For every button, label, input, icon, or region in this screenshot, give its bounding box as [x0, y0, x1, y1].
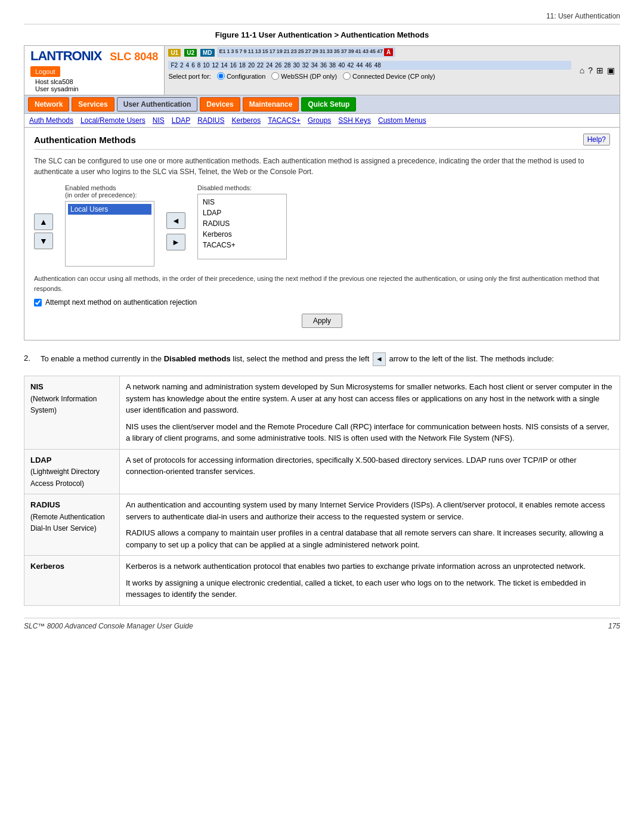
checkbox-row: Attempt next method on authentication re… [34, 298, 610, 306]
nav-user-authentication[interactable]: User Authentication [117, 97, 198, 112]
methods-table: NIS(Network Information System)A network… [24, 376, 620, 606]
subnav-kerberos[interactable]: Kerberos [231, 116, 261, 125]
u1-badge: U1 [168, 49, 181, 57]
u2-badge: U2 [184, 49, 197, 57]
disabled-label: Disabled methods: [197, 184, 287, 191]
subnav-auth-methods[interactable]: Auth Methods [29, 116, 73, 125]
subnav-custom-menus[interactable]: Custom Menus [378, 116, 426, 125]
move-left-button[interactable]: ◄ [166, 212, 185, 229]
method-name-cell: Kerberos [24, 556, 120, 606]
logout-button[interactable]: Logout [30, 66, 60, 77]
nav-bar: Network Services User Authentication Dev… [24, 95, 620, 114]
method-name: RADIUS [30, 500, 60, 509]
disabled-item-kerberos[interactable]: Kerberos [200, 229, 284, 240]
method-desc-cell: An authentication and accounting system … [120, 494, 620, 556]
attempt-next-checkbox[interactable] [34, 299, 42, 306]
method-desc-para: A set of protocols for accessing informa… [126, 454, 614, 478]
table-row: KerberosKerberos is a network authentica… [24, 556, 620, 606]
table-row: LDAP(Lightweight Directory Access Protoc… [24, 449, 620, 494]
nav-maintenance[interactable]: Maintenance [243, 97, 299, 112]
select-port-row: Select port for: Configuration WebSSH (D… [168, 72, 571, 80]
step2-text: To enable a method currently in the Disa… [41, 352, 554, 366]
move-up-button[interactable]: ▲ [34, 213, 53, 230]
nav-quick-setup[interactable]: Quick Setup [301, 97, 356, 112]
section-title-bar: Authentication Methods Help? [34, 134, 610, 150]
subnav-nis[interactable]: NIS [153, 116, 165, 125]
method-desc-cell: A network naming and administration syst… [120, 376, 620, 450]
page-header: 11: User Authentication [24, 12, 620, 24]
enabled-item-local-users[interactable]: Local Users [68, 204, 151, 215]
connected-radio[interactable] [343, 72, 351, 80]
checkbox-label: Attempt next method on authentication re… [45, 298, 197, 306]
method-sub-label: (Remote Authentication Dial-In User Serv… [30, 513, 105, 533]
connected-radio-label[interactable]: Connected Device (CP only) [343, 72, 435, 80]
method-desc-para: NIS uses the client/server model and the… [126, 421, 614, 444]
subnav-ssh-keys[interactable]: SSH Keys [338, 116, 371, 125]
section-title-text: Authentication Methods [34, 135, 136, 145]
move-right-button[interactable]: ► [166, 234, 185, 250]
device-ui-frame: LANTRONIX SLC 8048 Logout Host slca508 U… [24, 45, 620, 340]
end-badge: A [384, 48, 393, 56]
subnav-groups[interactable]: Groups [308, 116, 331, 125]
logo-area: LANTRONIX SLC 8048 Logout Host slca508 U… [24, 46, 165, 95]
method-desc-cell: A set of protocols for accessing informa… [120, 449, 620, 494]
host-info: Host slca508 User sysadmin [35, 78, 79, 92]
host-label: Host slca508 [35, 78, 79, 85]
subnav-radius[interactable]: RADIUS [197, 116, 224, 125]
enabled-label: Enabled methods(in order of precedence): [65, 184, 154, 199]
method-name-cell: RADIUS(Remote Authentication Dial-In Use… [24, 494, 120, 556]
config-radio-label[interactable]: Configuration [217, 72, 265, 80]
method-desc-para: A network naming and administration syst… [126, 381, 614, 416]
print-icon[interactable]: ▣ [607, 66, 615, 75]
nav-network[interactable]: Network [28, 97, 69, 112]
subnav-ldap[interactable]: LDAP [172, 116, 190, 125]
help-button[interactable]: Help? [583, 134, 610, 145]
enabled-list[interactable]: Local Users [65, 201, 154, 267]
method-sub-label: (Lightweight Directory Access Protocol) [30, 467, 100, 488]
move-down-button[interactable]: ▼ [34, 233, 53, 249]
method-sub-label: (Network Information System) [30, 395, 97, 415]
model-text: SLC 8048 [110, 51, 158, 63]
up-down-arrows: ▲ ▼ [34, 213, 53, 249]
table-row: RADIUS(Remote Authentication Dial-In Use… [24, 494, 620, 556]
footer-left: SLC™ 8000 Advanced Console Manager User … [24, 622, 193, 630]
table-row: NIS(Network Information System)A network… [24, 376, 620, 450]
logo-text: LANTRONIX [30, 48, 101, 64]
method-desc-para: RADIUS allows a company to maintain user… [126, 527, 614, 550]
config-radio[interactable] [217, 72, 225, 80]
footer-right: 175 [608, 622, 620, 630]
home-icon[interactable]: ⌂ [580, 66, 584, 75]
disabled-list[interactable]: NIS LDAP RADIUS Kerberos TACACS+ [197, 194, 287, 259]
auth-description: The SLC can be configured to use one or … [34, 156, 610, 177]
nav-services[interactable]: Services [72, 97, 114, 112]
select-port-label: Select port for: [168, 73, 211, 80]
apply-button[interactable]: Apply [302, 314, 342, 328]
enabled-methods-col: Enabled methods(in order of precedence):… [65, 184, 154, 267]
subnav-local-remote-users[interactable]: Local/Remote Users [80, 116, 145, 125]
nav-devices[interactable]: Devices [200, 97, 240, 112]
auth-methods-container: ▲ ▼ Enabled methods(in order of preceden… [34, 184, 610, 267]
chapter-title: 11: User Authentication [546, 12, 620, 20]
figure-title: Figure 11-1 User Authentication > Authen… [24, 30, 620, 39]
disabled-methods-col: Disabled methods: NIS LDAP RADIUS Kerber… [197, 184, 287, 259]
webssh-radio[interactable] [271, 72, 279, 80]
refresh-icon[interactable]: ⊞ [596, 66, 603, 75]
auth-note: Authentication can occur using all metho… [34, 274, 610, 293]
port-numbers: E1 1 3 5 7 9 11 13 15 17 19 21 23 25 27 … [217, 47, 396, 57]
method-name: Kerberos [30, 562, 64, 571]
disabled-item-radius[interactable]: RADIUS [200, 218, 284, 229]
help-icon[interactable]: ? [588, 66, 593, 75]
mo-badge: MD [200, 49, 215, 57]
disabled-item-tacacs[interactable]: TACACS+ [200, 240, 284, 250]
subnav-tacacs[interactable]: TACACS+ [268, 116, 301, 125]
disabled-item-nis[interactable]: NIS [200, 197, 284, 208]
left-arrow-icon: ◄ [373, 352, 386, 366]
disabled-item-ldap[interactable]: LDAP [200, 208, 284, 218]
method-name: NIS [30, 382, 44, 391]
apply-row: Apply [34, 314, 610, 328]
method-desc-para: It works by assigning a unique electroni… [126, 577, 614, 600]
step-number: 2. [24, 352, 36, 366]
webssh-radio-label[interactable]: WebSSH (DP only) [271, 72, 337, 80]
page-footer: SLC™ 8000 Advanced Console Manager User … [24, 618, 620, 630]
step2-item: 2. To enable a method currently in the D… [24, 352, 620, 366]
